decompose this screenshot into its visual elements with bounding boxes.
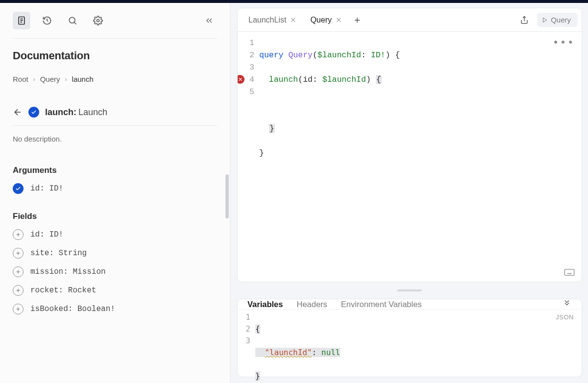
format-tag: JSON	[556, 311, 574, 323]
field-row[interactable]: site: String	[13, 248, 217, 259]
field-signature: isBooked: Boolean!	[30, 305, 115, 313]
plus-circle-icon[interactable]	[13, 304, 24, 314]
search-icon[interactable]	[64, 12, 81, 29]
tab-query[interactable]: Query ✕	[303, 8, 349, 31]
fields-list: id: ID! site: String mission: Mission ro…	[13, 229, 217, 314]
code-content[interactable]: query Query($launchId: ID!) { launch(id:…	[259, 37, 582, 282]
sidebar-scrollbar[interactable]	[225, 174, 229, 218]
svg-rect-20	[564, 269, 574, 275]
tab-launchlist[interactable]: LaunchList ✕	[242, 8, 303, 31]
no-description-text: No description.	[13, 126, 217, 148]
collapse-sidebar-icon[interactable]	[201, 13, 217, 28]
check-circle-icon[interactable]	[13, 183, 24, 194]
chevron-down-icon[interactable]	[562, 299, 572, 309]
docs-title: Documentation	[13, 49, 217, 62]
check-circle-icon[interactable]	[28, 107, 39, 118]
tab-label: Query	[310, 16, 332, 24]
plus-circle-icon[interactable]	[13, 248, 24, 259]
breadcrumb: Root › Query › launch	[13, 69, 217, 92]
history-icon[interactable]	[38, 12, 56, 29]
query-editor[interactable]: ••• 1 2 3 4 ✕ 5 query Query($launchId: I…	[238, 32, 582, 282]
field-signature: rocket: Rocket	[30, 286, 96, 295]
field-signature: site: String	[30, 249, 87, 258]
keyboard-icon[interactable]	[564, 269, 575, 277]
plus-circle-icon[interactable]	[13, 229, 24, 240]
main-area: LaunchList ✕ Query ✕ ＋	[230, 3, 588, 383]
breadcrumb-item[interactable]: Query	[40, 75, 60, 83]
close-icon[interactable]: ✕	[336, 16, 342, 24]
arguments-list: id: ID!	[13, 183, 217, 194]
play-icon	[542, 17, 548, 23]
error-marker-icon[interactable]: ✕	[237, 75, 245, 84]
tab-variables[interactable]: Variables	[247, 300, 283, 309]
vars-code[interactable]: { "launchId": null }	[255, 311, 582, 383]
more-icon[interactable]: •••	[552, 37, 575, 49]
back-arrow-icon[interactable]	[13, 107, 23, 117]
run-query-button[interactable]: Query	[537, 13, 578, 27]
editor-tabs: LaunchList ✕ Query ✕ ＋	[238, 8, 582, 32]
breadcrumb-item[interactable]: Root	[13, 75, 28, 83]
variables-pane: Variables Headers Environment Variables …	[237, 299, 582, 377]
doc-icon[interactable]	[13, 12, 30, 29]
field-row[interactable]: rocket: Rocket	[13, 285, 217, 296]
chevron-right-icon: ›	[65, 76, 67, 83]
svg-point-6	[97, 20, 99, 22]
svg-point-4	[69, 17, 75, 23]
plus-circle-icon[interactable]	[13, 285, 24, 296]
tab-env-vars[interactable]: Environment Variables	[341, 300, 422, 309]
close-icon[interactable]: ✕	[290, 16, 296, 24]
chevron-right-icon: ›	[33, 76, 35, 83]
fields-heading: Fields	[13, 212, 217, 221]
field-row[interactable]: isBooked: Boolean!	[13, 304, 217, 314]
line-gutter: 1 2 3 4 ✕ 5	[238, 37, 259, 282]
svg-line-5	[74, 22, 76, 24]
vars-tabs: Variables Headers Environment Variables	[238, 299, 582, 309]
query-editor-pane: LaunchList ✕ Query ✕ ＋	[237, 8, 582, 282]
svg-marker-19	[543, 18, 547, 22]
field-signature: mission: Mission	[30, 267, 106, 276]
argument-row[interactable]: id: ID!	[13, 183, 217, 194]
vars-gutter: 123	[238, 311, 255, 383]
field-row[interactable]: id: ID!	[13, 229, 217, 240]
share-icon[interactable]	[516, 12, 532, 28]
tab-label: LaunchList	[248, 16, 286, 24]
gear-icon[interactable]	[89, 12, 107, 29]
tab-headers[interactable]: Headers	[296, 300, 327, 309]
pane-splitter[interactable]	[237, 289, 582, 292]
field-type[interactable]: Launch	[78, 107, 107, 117]
field-row[interactable]: mission: Mission	[13, 266, 217, 277]
field-heading: launch: Launch	[13, 92, 217, 126]
arguments-heading: Arguments	[13, 166, 217, 175]
argument-signature: id: ID!	[30, 184, 63, 193]
field-signature: id: ID!	[30, 230, 63, 239]
sidebar-toolbar	[13, 12, 217, 39]
field-name: launch:	[45, 107, 76, 117]
breadcrumb-current: launch	[72, 75, 94, 83]
plus-circle-icon[interactable]	[13, 266, 24, 277]
variables-editor[interactable]: JSON 123 { "launchId": null }	[238, 309, 582, 383]
add-tab-button[interactable]: ＋	[349, 12, 366, 28]
docs-sidebar: Documentation Root › Query › launch	[0, 3, 230, 383]
run-button-label: Query	[551, 16, 571, 24]
